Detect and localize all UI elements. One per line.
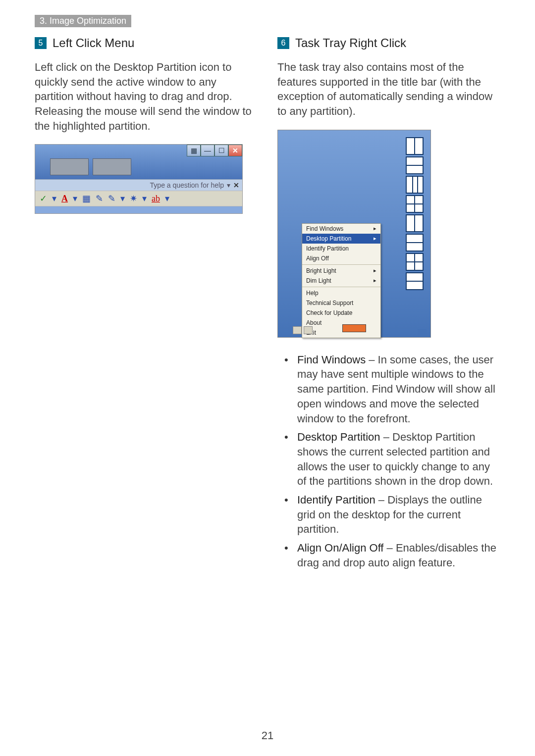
- menu-bright-light: Bright Light▸: [302, 266, 380, 276]
- menu-identify-partition: Identify Partition: [302, 244, 380, 253]
- partition-icon: ▦: [187, 145, 201, 156]
- tray-icon: [293, 326, 302, 334]
- menu-about: About: [302, 318, 380, 328]
- help-close-icon: ✕: [233, 181, 239, 189]
- dropdown-icon: ▾: [71, 193, 79, 204]
- section-title-left-click: Left Click Menu: [53, 36, 134, 50]
- taskbar-right: [418, 329, 427, 335]
- sparkle-icon: ✷: [128, 193, 139, 204]
- menu-dim-light: Dim Light▸: [302, 276, 380, 286]
- close-button: ✕: [228, 145, 242, 156]
- layout-horizontal-split-icon: [406, 156, 424, 174]
- layout-quad-icon: [406, 195, 424, 213]
- partition-layout-ladder: [406, 137, 424, 290]
- context-menu: Find Windows▸ Desktop Partition▸ Identif…: [302, 223, 381, 338]
- bullet-identify-partition: Identify Partition – Displays the outlin…: [287, 493, 500, 537]
- section-badge-6: 6: [277, 37, 289, 49]
- brush-icon: ✎: [94, 193, 105, 204]
- task-tray-screenshot: Find Windows▸ Desktop Partition▸ Identif…: [277, 130, 431, 338]
- layout-quad-icon: [406, 253, 424, 271]
- layout-triple-column-icon: [406, 176, 424, 194]
- toolbar: ✓ ▾ A ▾ ▦ ✎ ✎ ▾ ✷ ▾ ab ▾: [35, 191, 242, 206]
- bullet-align-on-off: Align On/Align Off – Enables/disables th…: [287, 541, 500, 570]
- layout-vertical-split-icon: [406, 214, 424, 232]
- menu-technical-support: Technical Support: [302, 298, 380, 308]
- left-click-body: Left click on the Desktop Partition icon…: [35, 60, 258, 133]
- partition-thumb: [93, 158, 131, 175]
- menu-desktop-partition: Desktop Partition▸: [302, 234, 380, 244]
- help-input: Type a question for help: [150, 181, 224, 189]
- taskbar-item: [342, 324, 366, 332]
- menu-help: Help: [302, 288, 380, 298]
- fill-icon: ▦: [81, 193, 92, 204]
- brush-icon: ✎: [107, 193, 117, 204]
- maximize-button: ☐: [214, 145, 228, 156]
- dropdown-icon: ▾: [51, 193, 58, 204]
- ab-icon: ab: [150, 194, 161, 204]
- dropdown-icon: ▾: [119, 193, 126, 204]
- partition-thumb: [50, 158, 89, 175]
- section-title-task-tray: Task Tray Right Click: [295, 36, 406, 50]
- check-icon: ✓: [38, 193, 49, 204]
- layout-horizontal-split-icon: [406, 234, 424, 252]
- task-tray-body: The task tray also contains most of the …: [277, 60, 500, 119]
- menu-align-off: Align Off: [302, 253, 380, 263]
- menu-find-windows: Find Windows▸: [302, 224, 380, 234]
- minimize-button: —: [201, 145, 214, 156]
- tray-icon: [304, 326, 313, 334]
- layout-vertical-split-icon: [406, 137, 424, 155]
- menu-exit: Exit: [302, 328, 380, 338]
- bullet-find-windows: Find Windows – In some cases, the user m…: [287, 353, 500, 426]
- layout-horizontal-split-icon: [406, 272, 424, 290]
- dropdown-icon: ▾: [141, 193, 148, 204]
- help-dropdown-icon: ▾: [227, 181, 230, 189]
- breadcrumb: 3. Image Optimization: [35, 15, 131, 27]
- left-click-screenshot: ▦ — ☐ ✕ Type a question for help ▾ ✕ ✓ ▾…: [35, 144, 243, 214]
- menu-check-update: Check for Update: [302, 308, 380, 318]
- bullet-desktop-partition: Desktop Partition – Desktop Partition sh…: [287, 430, 500, 489]
- font-color-icon: A: [60, 194, 69, 204]
- page-number: 21: [262, 729, 273, 742]
- dropdown-icon: ▾: [163, 193, 171, 204]
- section-badge-5: 5: [35, 37, 47, 49]
